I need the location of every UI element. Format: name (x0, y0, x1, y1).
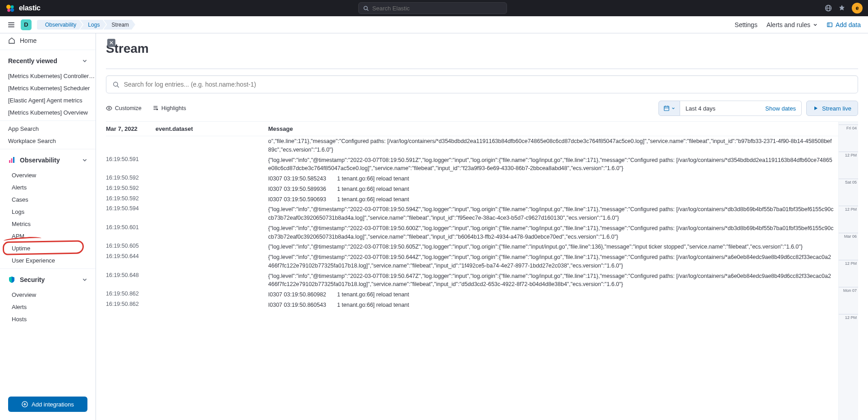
date-quick-button[interactable] (658, 101, 680, 116)
log-message: I0307 03:19:50.860982 1 tenant.go:66] re… (268, 291, 838, 299)
security-label: Security (20, 276, 45, 283)
log-search-input[interactable] (124, 81, 851, 88)
log-message: I0307 03:19:50.585243 1 tenant.go:66] re… (268, 175, 838, 183)
log-minimap[interactable]: Fri 04 12 PM Sat 05 12 PM Mar 06 12 PM M… (838, 122, 858, 420)
sidebar-sec-hosts[interactable]: Hosts (0, 313, 96, 325)
chevron-down-icon (82, 277, 87, 282)
toolbar-left: Customize Highlights (106, 105, 186, 111)
customize-button[interactable]: Customize (106, 105, 142, 111)
alerts-rules-label: Alerts and rules (767, 21, 810, 28)
global-search-input[interactable] (372, 5, 502, 12)
log-row[interactable]: 16:19:50.601{"log.level":"info","@timest… (106, 223, 838, 242)
log-row[interactable]: 16:19:50.862I0307 03:19:50.860982 1 tena… (106, 290, 838, 300)
sidebar-obs-apm[interactable]: APM (0, 230, 96, 242)
divider (106, 69, 858, 69)
log-dataset (155, 185, 268, 194)
sidebar-obs-uptime[interactable]: Uptime (0, 242, 96, 254)
log-table[interactable]: Mar 7, 2022 event.dataset Message o","fi… (106, 122, 838, 420)
app-shell: Home Recently viewed [Metrics Kubernetes… (0, 33, 868, 420)
log-dataset (155, 137, 268, 154)
close-chip[interactable]: ✕ (107, 39, 115, 47)
date-range-label: Last 4 days (685, 105, 716, 112)
add-data-link[interactable]: Add data (827, 21, 861, 28)
user-avatar[interactable]: e (852, 3, 863, 14)
space-selector[interactable]: D (21, 19, 32, 30)
sidebar-obs-alerts[interactable]: Alerts (0, 181, 96, 194)
minimap-tick: Mar 06 (839, 233, 858, 260)
sidebar-recently-viewed[interactable]: Recently viewed (0, 52, 96, 70)
log-timestamp: 16:19:50.601 (106, 224, 155, 241)
log-row[interactable]: 16:19:50.605{"log.level":"info","@timest… (106, 242, 838, 252)
sidebar-obs-user-experience[interactable]: User Experience (0, 254, 96, 267)
newsfeed-icon[interactable] (838, 5, 845, 12)
divider (0, 149, 96, 149)
topbar-right: e (825, 3, 863, 14)
sidebar-obs-cases[interactable]: Cases (0, 194, 96, 206)
col-message: Message (268, 125, 838, 132)
breadcrumbs: Observability Logs Stream (37, 20, 135, 30)
log-row[interactable]: 16:19:50.592I0307 03:19:50.590693 1 tena… (106, 194, 838, 205)
sidebar-workplace-search[interactable]: Workplace Search (0, 135, 96, 147)
sidebar-obs-logs[interactable]: Logs (0, 206, 96, 218)
log-row[interactable]: 16:19:50.592I0307 03:19:50.585243 1 tena… (106, 174, 838, 184)
log-row[interactable]: 16:19:50.592I0307 03:19:50.589936 1 tena… (106, 184, 838, 194)
sidebar-scroll[interactable]: Home Recently viewed [Metrics Kubernetes… (0, 33, 96, 391)
recent-item[interactable]: [Metrics Kubernetes] Overview (0, 106, 96, 119)
sidebar-obs-metrics[interactable]: Metrics (0, 218, 96, 230)
toolbar: Customize Highlights Last 4 da (106, 101, 858, 116)
log-timestamp: 16:19:50.862 (106, 301, 155, 309)
global-search[interactable] (358, 2, 507, 14)
svg-point-3 (10, 8, 14, 12)
log-timestamp (106, 137, 155, 154)
show-dates-link[interactable]: Show dates (765, 105, 796, 112)
breadcrumb-observability[interactable]: Observability (37, 20, 82, 30)
header-right: Settings Alerts and rules Add data (735, 21, 861, 28)
log-row[interactable]: 16:19:50.644{"log.level":"info","@timest… (106, 252, 838, 271)
log-timestamp: 16:19:50.592 (106, 185, 155, 194)
elastic-logo[interactable]: elastic (5, 3, 41, 13)
alerts-rules-link[interactable]: Alerts and rules (767, 21, 818, 28)
date-range-display[interactable]: Last 4 days Show dates (680, 101, 802, 116)
log-view: Mar 7, 2022 event.dataset Message o","fi… (106, 121, 858, 420)
divider (0, 120, 96, 121)
settings-link[interactable]: Settings (735, 21, 758, 28)
main-area: Stream Customize Highlights (96, 33, 868, 420)
col-dataset: event.dataset (155, 125, 268, 132)
highlights-button[interactable]: Highlights (152, 105, 186, 111)
add-integrations-button[interactable]: Add integrations (8, 397, 87, 412)
log-message: {"log.level":"info","@timestamp":"2022-0… (268, 224, 838, 241)
svg-point-4 (364, 6, 367, 9)
global-topbar: elastic e (0, 0, 868, 16)
sidebar-obs-overview[interactable]: Overview (0, 169, 96, 181)
log-message: I0307 03:19:50.590693 1 tenant.go:66] re… (268, 195, 838, 204)
breadcrumb-logs[interactable]: Logs (80, 20, 106, 30)
log-row[interactable]: 16:19:50.862I0307 03:19:50.860543 1 tena… (106, 300, 838, 310)
eye-icon (106, 105, 112, 111)
recent-item[interactable]: [Elastic Agent] Agent metrics (0, 94, 96, 106)
log-row[interactable]: 16:19:50.591{"log.level":"info","@timest… (106, 155, 838, 174)
log-row[interactable]: 16:19:50.648{"log.level":"info","@timest… (106, 271, 838, 290)
chevron-down-icon (672, 106, 675, 110)
log-search-bar[interactable] (106, 75, 858, 93)
log-timestamp: 16:19:50.862 (106, 291, 155, 299)
stream-live-button[interactable]: Stream live (806, 101, 858, 116)
recent-item[interactable]: [Metrics Kubernetes] Controller… (0, 70, 96, 82)
globe-icon[interactable] (825, 5, 832, 12)
sidebar-security[interactable]: Security (0, 271, 96, 289)
sidebar-footer: Add integrations (0, 391, 96, 420)
svg-rect-23 (156, 109, 158, 110)
brand-text: elastic (19, 4, 41, 12)
sidebar-home[interactable]: Home (0, 33, 96, 48)
sidebar-home-label: Home (20, 37, 37, 44)
recent-item[interactable]: [Metrics Kubernetes] Scheduler (0, 82, 96, 94)
sidebar-sec-overview[interactable]: Overview (0, 289, 96, 301)
highlight-icon (152, 105, 159, 111)
sidebar-observability[interactable]: Observability (0, 151, 96, 169)
nav-toggle-icon[interactable] (7, 21, 15, 29)
minimap-tick: 12 PM (839, 152, 858, 179)
sidebar-sec-alerts[interactable]: Alerts (0, 301, 96, 313)
log-row[interactable]: o","file.line":171},"message":"Configure… (106, 136, 838, 155)
log-row[interactable]: 16:19:50.594{"log.level":"info","@timest… (106, 204, 838, 223)
sidebar-app-search[interactable]: App Search (0, 123, 96, 135)
stream-live-label: Stream live (822, 105, 851, 112)
